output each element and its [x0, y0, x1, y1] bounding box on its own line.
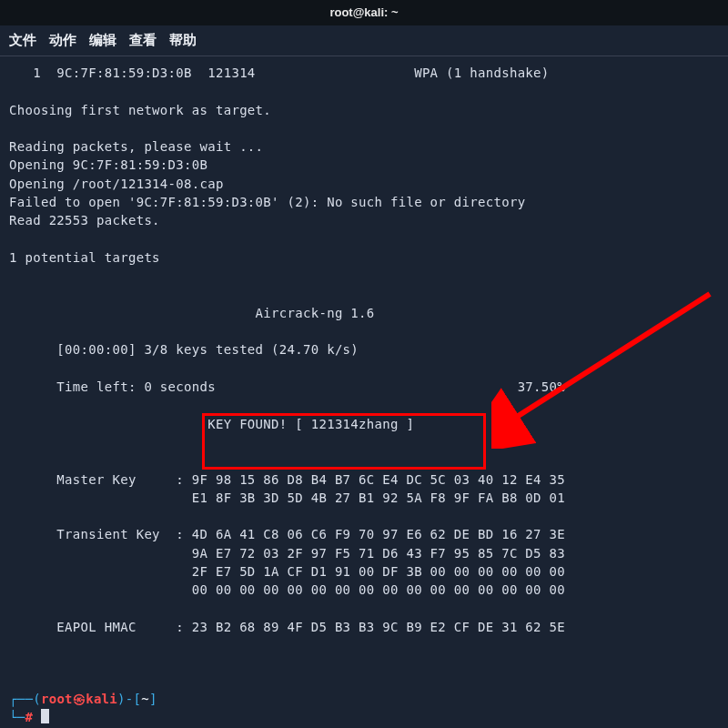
- output-line-time-left: Time left: 0 seconds 37.50%: [9, 379, 565, 394]
- menu-view[interactable]: 查看: [129, 32, 157, 49]
- output-line-transient-key: 2F E7 5D 1A CF D1 91 00 DF 3B 00 00 00 0…: [9, 564, 565, 579]
- output-line-key-found: KEY FOUND! [ 121314zhang ]: [9, 417, 414, 431]
- output-line: Failed to open '9C:7F:81:59:D3:0B' (2): …: [9, 195, 525, 209]
- menu-file[interactable]: 文件: [9, 32, 36, 49]
- output-line: Choosing first network as target.: [9, 103, 271, 117]
- prompt-bracket: ]: [149, 692, 157, 706]
- output-line-master-key: Master Key : 9F 98 15 86 D8 B4 B7 6C E4 …: [9, 472, 565, 487]
- output-line: Read 22553 packets.: [9, 213, 160, 228]
- output-line-transient-key: 00 00 00 00 00 00 00 00 00 00 00 00 00 0…: [9, 582, 565, 597]
- menubar: 文件 动作 编辑 查看 帮助: [0, 25, 728, 56]
- output-line-transient-key: 9A E7 72 03 2F 97 F5 71 D6 43 F7 95 85 7…: [9, 546, 565, 561]
- output-line-transient-key: Transient Key : 4D 6A 41 C8 06 C6 F9 70 …: [9, 527, 565, 541]
- menu-actions[interactable]: 动作: [49, 32, 76, 49]
- output-line-eapol-hmac: EAPOL HMAC : 23 B2 68 89 4F D5 B3 B3 9C …: [9, 620, 565, 634]
- terminal-output[interactable]: 1 9C:7F:81:59:D3:0B 121314 WPA (1 handsh…: [0, 56, 728, 728]
- output-line: Reading packets, please wait ...: [9, 139, 263, 154]
- output-line: Opening /root/121314-08.cap: [9, 177, 224, 191]
- menu-edit[interactable]: 编辑: [89, 32, 116, 49]
- window-titlebar: root@kali: ~: [0, 0, 728, 25]
- output-line: 1 9C:7F:81:59:D3:0B 121314 WPA (1 handsh…: [9, 66, 550, 80]
- output-line-master-key: E1 8F 3B 3D 5D 4B 27 B1 92 5A F8 9F FA B…: [9, 490, 565, 505]
- terminal-cursor[interactable]: [41, 709, 49, 723]
- prompt-at-icon: ㉿: [73, 692, 86, 706]
- window-title: root@kali: ~: [329, 5, 398, 19]
- prompt-bracket: └─: [9, 710, 25, 724]
- output-line: 1 potential targets: [9, 250, 160, 265]
- prompt-host: kali: [86, 692, 117, 706]
- prompt-cwd: ~: [141, 692, 149, 706]
- output-line-keys-tested: [00:00:00] 3/8 keys tested (24.70 k/s): [9, 342, 359, 357]
- prompt-bracket: ┌──(: [9, 692, 41, 706]
- output-line-aircrack-header: Aircrack-ng 1.6: [9, 306, 375, 320]
- output-line: Opening 9C:7F:81:59:D3:0B: [9, 157, 207, 172]
- menu-help[interactable]: 帮助: [169, 32, 197, 49]
- prompt-hash: #: [25, 710, 33, 724]
- prompt-bracket: )-[: [117, 692, 141, 706]
- shell-prompt: ┌──(root㉿kali)-[~] └─#: [9, 672, 719, 727]
- prompt-user: root: [41, 692, 73, 706]
